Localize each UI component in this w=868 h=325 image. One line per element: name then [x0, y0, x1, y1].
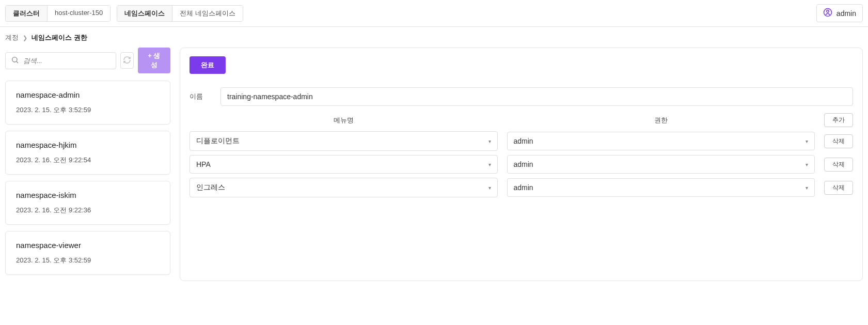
sidebar: + 생성 namespace-admin 2023. 2. 15. 오후 3:5…: [5, 48, 170, 281]
menu-select-value: HPA: [196, 160, 211, 168]
perm-select-value: admin: [514, 137, 533, 145]
svg-point-2: [12, 57, 17, 61]
list-item[interactable]: namespace-admin 2023. 2. 15. 오후 3:52:59: [5, 81, 170, 125]
list-item-name: namespace-iskim: [16, 191, 160, 199]
list-item-name: namespace-viewer: [16, 241, 160, 250]
list-item[interactable]: namespace-hjkim 2023. 2. 16. 오전 9:22:54: [5, 131, 170, 175]
namespace-label: 네임스페이스: [117, 6, 172, 21]
name-row: 이름: [190, 87, 853, 106]
perm-select[interactable]: admin ▾: [507, 178, 815, 197]
content-panel: 완료 이름 메뉴명 권한 추가 디플로이먼트 ▾ admin ▾: [180, 48, 863, 281]
user-menu[interactable]: admin: [816, 4, 863, 22]
table-row: 인그레스 ▾ admin ▾ 삭제: [190, 178, 853, 197]
chevron-down-icon: ▾: [806, 162, 808, 167]
list-item-date: 2023. 2. 16. 오전 9:22:54: [16, 156, 160, 165]
table-row: HPA ▾ admin ▾ 삭제: [190, 155, 853, 174]
chevron-down-icon: ▾: [488, 162, 491, 167]
breadcrumb: 계정 ❯ 네임스페이스 권한: [0, 27, 868, 48]
list-item-name: namespace-hjkim: [16, 141, 160, 149]
menu-select[interactable]: 인그레스 ▾: [190, 178, 498, 197]
chevron-down-icon: ▾: [806, 185, 808, 191]
svg-line-3: [17, 61, 18, 63]
refresh-icon: [123, 56, 131, 66]
user-icon: [823, 8, 832, 19]
user-name: admin: [837, 9, 856, 18]
menu-select-value: 디플로이먼트: [196, 136, 240, 146]
breadcrumb-current: 네임스페이스 권한: [31, 33, 87, 42]
cluster-selector[interactable]: 클러스터 host-cluster-150: [5, 5, 111, 22]
add-button[interactable]: 추가: [824, 113, 853, 127]
list-item[interactable]: namespace-viewer 2023. 2. 15. 오후 3:52:59: [5, 231, 170, 275]
perm-select[interactable]: admin ▾: [507, 155, 815, 174]
list-item[interactable]: namespace-iskim 2023. 2. 16. 오전 9:22:36: [5, 181, 170, 225]
grid-header: 메뉴명 권한 추가: [190, 113, 853, 127]
perm-select-value: admin: [514, 160, 533, 168]
list-item-date: 2023. 2. 16. 오전 9:22:36: [16, 206, 160, 215]
refresh-button[interactable]: [120, 52, 134, 69]
col-menu-header: 메뉴명: [190, 116, 498, 125]
delete-button[interactable]: 삭제: [824, 134, 853, 148]
col-perm-header: 권한: [507, 116, 815, 125]
list-item-date: 2023. 2. 15. 오후 3:52:59: [16, 256, 160, 265]
menu-select[interactable]: 디플로이먼트 ▾: [190, 131, 498, 151]
namespace-selector[interactable]: 네임스페이스 전체 네임스페이스: [117, 5, 243, 22]
delete-button[interactable]: 삭제: [824, 181, 853, 195]
cluster-label: 클러스터: [6, 6, 48, 21]
menu-select-value: 인그레스: [196, 183, 225, 192]
perm-select[interactable]: admin ▾: [507, 132, 815, 150]
namespace-value: 전체 네임스페이스: [172, 6, 243, 21]
list-item-name: namespace-admin: [16, 90, 160, 99]
create-button[interactable]: + 생성: [138, 48, 170, 73]
main-layout: + 생성 namespace-admin 2023. 2. 15. 오후 3:5…: [0, 48, 868, 291]
name-label: 이름: [190, 92, 210, 101]
chevron-down-icon: ▾: [488, 185, 491, 191]
top-bar: 클러스터 host-cluster-150 네임스페이스 전체 네임스페이스 a…: [0, 0, 868, 27]
chevron-down-icon: ▾: [806, 138, 808, 144]
list-item-date: 2023. 2. 15. 오후 3:52:59: [16, 105, 160, 115]
done-button[interactable]: 완료: [190, 56, 226, 74]
svg-point-1: [827, 10, 829, 13]
table-row: 디플로이먼트 ▾ admin ▾ 삭제: [190, 131, 853, 151]
name-input[interactable]: [220, 87, 853, 106]
chevron-right-icon: ❯: [23, 35, 27, 41]
chevron-down-icon: ▾: [488, 138, 491, 144]
delete-button[interactable]: 삭제: [824, 158, 853, 172]
breadcrumb-parent[interactable]: 계정: [5, 33, 19, 42]
search-input[interactable]: [23, 57, 111, 65]
sidebar-controls: + 생성: [5, 48, 170, 73]
cluster-value: host-cluster-150: [48, 6, 110, 21]
search-icon: [11, 56, 19, 66]
menu-select[interactable]: HPA ▾: [190, 155, 498, 174]
search-box[interactable]: [5, 52, 116, 69]
perm-select-value: admin: [514, 183, 533, 192]
